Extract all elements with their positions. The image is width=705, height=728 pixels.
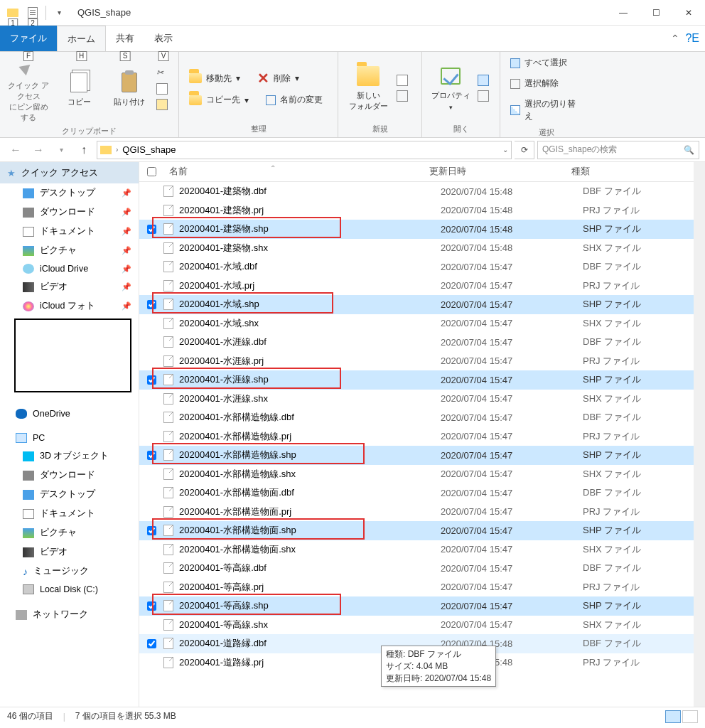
sidebar-item[interactable]: ビデオ: [0, 542, 139, 562]
file-row[interactable]: 20200401-水域.shp 2020/07/04 15:47 SHP ファイ…: [139, 295, 694, 314]
select-all-checkbox[interactable]: [139, 167, 163, 176]
help-icon[interactable]: ?E: [685, 32, 699, 45]
sidebar-item-pc[interactable]: PC: [0, 429, 139, 446]
rename-button[interactable]: 名前の変更: [262, 92, 327, 108]
qat-folder-icon[interactable]: 1: [3, 3, 23, 23]
row-checkbox[interactable]: [139, 300, 163, 309]
file-row[interactable]: 20200401-水域.prj 2020/07/04 15:47 PRJ ファイ…: [139, 277, 694, 296]
file-row[interactable]: 20200401-建築物.dbf 2020/07/04 15:48 DBF ファ…: [139, 182, 694, 201]
easy-access-icon[interactable]: [397, 90, 408, 102]
copy-to-button[interactable]: コピー先 ▾: [185, 92, 253, 108]
file-row[interactable]: 20200401-水部構造物線.dbf 2020/07/04 15:47 DBF…: [139, 408, 694, 427]
sidebar-item[interactable]: Local Disk (C:): [0, 581, 139, 598]
paste-shortcut-icon[interactable]: [156, 99, 168, 110]
move-to-button[interactable]: 移動先 ▾: [185, 68, 244, 89]
sidebar-item[interactable]: ダウンロード📌: [0, 203, 139, 222]
tab-home[interactable]: ホームH: [57, 26, 106, 51]
close-button[interactable]: ✕: [672, 0, 705, 26]
tab-file[interactable]: ファイルF: [0, 26, 57, 51]
maximize-button[interactable]: ☐: [640, 0, 672, 26]
select-all-button[interactable]: すべて選択: [506, 55, 571, 71]
select-none-button[interactable]: 選択解除: [506, 75, 563, 92]
sidebar-item[interactable]: ビデオ📌: [0, 277, 139, 296]
sidebar-item[interactable]: ドキュメント📌: [0, 222, 139, 241]
minimize-button[interactable]: ―: [607, 0, 640, 26]
new-item-icon[interactable]: [397, 75, 408, 86]
sidebar-item[interactable]: ♪ミュージック: [0, 562, 139, 581]
tab-share[interactable]: 共有S: [106, 26, 144, 51]
back-button[interactable]: ←: [6, 140, 26, 160]
row-checkbox[interactable]: [139, 526, 163, 535]
file-row[interactable]: 20200401-等高線.prj 2020/07/04 15:47 PRJ ファ…: [139, 578, 694, 597]
file-row[interactable]: 20200401-建築物.shx 2020/07/04 15:48 SHX ファ…: [139, 239, 694, 258]
refresh-button[interactable]: ⟳: [515, 141, 534, 159]
chevron-down-icon[interactable]: ⌄: [502, 146, 508, 154]
row-checkbox[interactable]: [139, 601, 163, 611]
file-row[interactable]: 20200401-等高線.shp 2020/07/04 15:47 SHP ファ…: [139, 596, 694, 616]
quick-access-header[interactable]: ★クイック アクセス: [0, 162, 139, 183]
file-row[interactable]: 20200401-水部構造物面.shp 2020/07/04 15:47 SHP…: [139, 521, 694, 540]
pin-to-quick-access-button[interactable]: クイック アクセス にピン留めする: [6, 55, 52, 123]
file-row[interactable]: 20200401-水域.shx 2020/07/04 15:47 SHX ファイ…: [139, 314, 694, 333]
sidebar-item-onedrive[interactable]: OneDrive: [0, 405, 139, 422]
details-view-button[interactable]: [665, 710, 681, 723]
properties-button[interactable]: プロパティ▾: [428, 65, 473, 111]
new-folder-button[interactable]: 新しい フォルダー: [344, 65, 392, 112]
address-bar[interactable]: › QGIS_shape ⌄: [97, 141, 512, 159]
sidebar-item[interactable]: ドキュメント: [0, 504, 139, 523]
file-row[interactable]: 20200401-建築物.shp 2020/07/04 15:48 SHP ファ…: [139, 220, 694, 239]
icons-view-button[interactable]: [682, 710, 698, 723]
edit-icon[interactable]: [478, 90, 489, 102]
sidebar-item[interactable]: ピクチャ: [0, 523, 139, 542]
cut-icon[interactable]: ✂: [156, 68, 168, 79]
sidebar-item[interactable]: デスクトップ: [0, 485, 139, 504]
search-input[interactable]: QGIS_shapeの検索🔍: [537, 141, 699, 159]
row-checkbox[interactable]: [139, 375, 163, 385]
vertical-scrollbar[interactable]: [694, 162, 705, 707]
tab-view[interactable]: 表示V: [144, 26, 183, 51]
forward-button[interactable]: →: [28, 140, 48, 160]
qat-properties-icon[interactable]: 2: [23, 3, 43, 23]
up-button[interactable]: ↑: [74, 140, 94, 160]
file-row[interactable]: 20200401-水部構造物面.prj 2020/07/04 15:47 PRJ…: [139, 503, 694, 522]
navigation-pane[interactable]: ★クイック アクセス デスクトップ📌ダウンロード📌ドキュメント📌ピクチャ📌iCl…: [0, 162, 139, 707]
row-checkbox[interactable]: [139, 451, 163, 460]
file-row[interactable]: 20200401-水部構造物面.dbf 2020/07/04 15:47 DBF…: [139, 483, 694, 503]
copy-button[interactable]: コピー: [56, 71, 102, 107]
file-row[interactable]: 20200401-水涯線.prj 2020/07/04 15:47 PRJ ファ…: [139, 352, 694, 371]
row-checkbox[interactable]: [139, 639, 163, 648]
delete-button[interactable]: ✕削除 ▾: [253, 68, 303, 89]
copy-path-icon[interactable]: [156, 83, 168, 95]
row-checkbox[interactable]: [139, 225, 163, 234]
file-row[interactable]: 20200401-等高線.dbf 2020/07/04 15:47 DBF ファ…: [139, 559, 694, 578]
sidebar-item-network[interactable]: ネットワーク: [0, 605, 139, 624]
sidebar-item[interactable]: ピクチャ📌: [0, 241, 139, 260]
sidebar-item[interactable]: iCloud Drive📌: [0, 260, 139, 277]
file-row[interactable]: 20200401-水部構造物面.shx 2020/07/04 15:47 SHX…: [139, 540, 694, 560]
sidebar-item[interactable]: iCloud フォト📌: [0, 296, 139, 316]
column-date[interactable]: 更新日時: [429, 166, 571, 178]
sidebar-item[interactable]: デスクトップ📌: [0, 183, 139, 203]
file-row[interactable]: 20200401-水涯線.shx 2020/07/04 15:47 SHX ファ…: [139, 390, 694, 409]
paste-button[interactable]: 貼り付け: [106, 71, 152, 107]
file-row[interactable]: 20200401-水部構造物線.shp 2020/07/04 15:47 SHP…: [139, 446, 694, 465]
file-row[interactable]: 20200401-建築物.prj 2020/07/04 15:48 PRJ ファ…: [139, 201, 694, 220]
file-row[interactable]: 20200401-水涯線.dbf 2020/07/04 15:47 DBF ファ…: [139, 333, 694, 352]
invert-selection-button[interactable]: 選択の切り替え: [506, 96, 587, 124]
open-icon[interactable]: [478, 75, 489, 86]
qat-dropdown-icon[interactable]: ▾: [49, 3, 69, 23]
file-list[interactable]: 20200401-建築物.dbf 2020/07/04 15:48 DBF ファ…: [139, 182, 694, 707]
file-row[interactable]: 20200401-水域.dbf 2020/07/04 15:47 DBF ファイ…: [139, 257, 694, 277]
file-row[interactable]: 20200401-水部構造物線.prj 2020/07/04 15:47 PRJ…: [139, 427, 694, 446]
column-type[interactable]: 種類: [571, 166, 682, 178]
file-row[interactable]: 20200401-水涯線.shp 2020/07/04 15:47 SHP ファ…: [139, 370, 694, 390]
sidebar-item[interactable]: ダウンロード: [0, 466, 139, 485]
file-row[interactable]: 20200401-等高線.shx 2020/07/04 15:47 SHX ファ…: [139, 616, 694, 635]
breadcrumb[interactable]: QGIS_shape: [122, 144, 176, 155]
column-name[interactable]: 名前: [169, 166, 188, 176]
history-dropdown[interactable]: ▾: [51, 140, 71, 160]
sidebar-item[interactable]: 3D オブジェクト: [0, 446, 139, 466]
file-row[interactable]: 20200401-水部構造物線.shx 2020/07/04 15:47 SHX…: [139, 465, 694, 484]
chevron-right-icon[interactable]: ›: [116, 146, 118, 154]
collapse-ribbon-icon[interactable]: ⌃: [671, 33, 679, 44]
